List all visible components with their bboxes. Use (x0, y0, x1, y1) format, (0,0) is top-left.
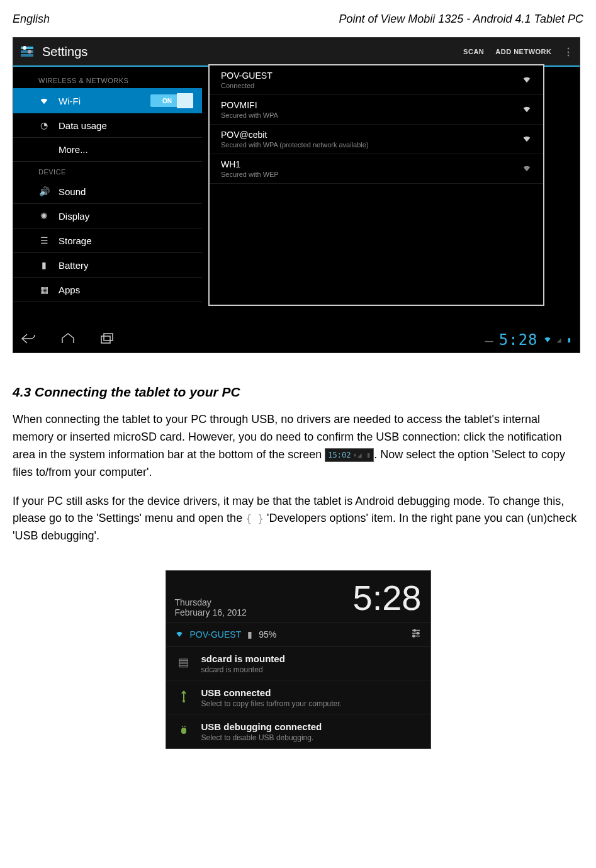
storage-icon: ☰ (38, 235, 50, 246)
svg-point-11 (417, 633, 419, 634)
sidebar-item-label: Sound (59, 186, 86, 197)
wifi-network-name: WH1 (221, 159, 522, 169)
wifi-network-row[interactable]: POV-GUEST Connected (210, 65, 543, 95)
notification-panel-screenshot: Thursday February 16, 2012 5:28 POV-GUES… (166, 570, 431, 749)
notification-title: USB debugging connected (201, 721, 322, 732)
notification-item[interactable]: ▤ sdcard is mounted sdcard is mounted (166, 647, 430, 681)
debug-icon (175, 721, 193, 739)
apps-icon: ▦ (38, 284, 50, 295)
body-paragraph-2: If your PC still asks for the device dri… (13, 493, 583, 546)
notification-day: Thursday (175, 597, 247, 608)
usb-icon (175, 687, 193, 705)
sidebar-item-more[interactable]: More... (13, 138, 202, 162)
wifi-signal-icon (522, 104, 532, 116)
sidebar-item-storage[interactable]: ☰ Storage (13, 228, 202, 253)
quick-settings-icon[interactable] (410, 628, 422, 641)
notification-item[interactable]: USB connected Select to copy files to/fr… (166, 681, 430, 715)
battery-percent: 95% (259, 629, 276, 640)
sidebar-item-label: More... (59, 144, 88, 155)
wifi-status-icon (175, 629, 184, 640)
notification-item[interactable]: USB debugging connected Select to disabl… (166, 715, 430, 748)
svg-point-12 (412, 635, 414, 637)
wifi-networks-panel: POV-GUEST Connected POVMIFI Secured with… (208, 64, 544, 306)
recent-apps-icon[interactable] (100, 333, 114, 347)
wifi-network-name: POV-GUEST (221, 70, 522, 81)
wifi-network-status: Secured with WPA (protected network avai… (221, 141, 522, 149)
sidebar-item-apps[interactable]: ▦ Apps (13, 278, 202, 302)
developer-options-icon: { } (245, 512, 264, 524)
sidebar-item-label: Wi-Fi (59, 96, 81, 106)
sidebar-item-label: Apps (59, 285, 80, 295)
home-icon[interactable] (61, 333, 75, 347)
sidebar-item-label: Battery (59, 260, 89, 271)
add-network-button[interactable]: ADD NETWORK (495, 48, 551, 55)
data-usage-icon: ◔ (38, 120, 50, 131)
battery-icon: ▮ (247, 629, 252, 640)
wifi-network-row[interactable]: WH1 Secured with WEP (210, 154, 543, 184)
settings-sidebar: WIRELESS & NETWORKS Wi-Fi ON ◔ Data usag… (13, 67, 202, 327)
system-nav-bar: — 5:28 ◢ ▮ (13, 327, 580, 352)
settings-icon (20, 44, 35, 59)
notification-area-inline-icon: 15:02 ▾◢ ▮ (325, 448, 374, 463)
page-header: English Point of View Mobii 1325 - Andro… (13, 13, 583, 26)
svg-rect-6 (104, 334, 113, 341)
sidebar-item-label: Data usage (59, 120, 107, 131)
notification-status-row[interactable]: POV-GUEST ▮ 95% (166, 623, 430, 647)
sidebar-item-data-usage[interactable]: ◔ Data usage (13, 113, 202, 138)
body-paragraph-1: When connecting the tablet to your PC th… (13, 411, 583, 482)
wifi-icon (38, 95, 50, 106)
wifi-network-row[interactable]: POV@cebit Secured with WPA (protected ne… (210, 125, 543, 154)
svg-rect-5 (101, 336, 110, 343)
signal-icon: ◢ (557, 335, 562, 344)
overflow-menu-icon[interactable]: ⋮ (563, 46, 574, 58)
wifi-signal-icon (522, 133, 532, 145)
wifi-network-status: Secured with WPA (221, 111, 522, 119)
notification-title: USB connected (201, 687, 342, 698)
svg-point-10 (413, 629, 415, 631)
notification-header: Thursday February 16, 2012 5:28 (166, 571, 430, 623)
wifi-connected-name: POV-GUEST (190, 629, 242, 640)
settings-content: POV-GUEST Connected POVMIFI Secured with… (202, 67, 580, 327)
sidebar-item-label: Display (59, 211, 89, 222)
svg-rect-15 (181, 728, 186, 734)
scan-button[interactable]: SCAN (463, 48, 484, 55)
wifi-network-row[interactable]: POVMIFI Secured with WPA (210, 95, 543, 125)
notification-title: sdcard is mounted (201, 653, 285, 664)
wifi-network-status: Connected (221, 82, 522, 89)
notification-subtitle: Select to copy files to/from your comput… (201, 699, 342, 708)
clock-text: 5:28 (499, 331, 538, 349)
svg-rect-2 (21, 54, 33, 57)
notification-subtitle: sdcard is mounted (201, 665, 285, 674)
settings-title: Settings (42, 45, 463, 59)
sidebar-item-wifi[interactable]: Wi-Fi ON (13, 88, 202, 113)
minus-icon: — (485, 332, 493, 348)
svg-point-3 (23, 46, 26, 50)
svg-point-4 (28, 50, 31, 54)
header-left: English (13, 13, 50, 26)
status-bar-right[interactable]: — 5:28 ◢ ▮ (485, 331, 572, 349)
wifi-network-name: POVMIFI (221, 100, 522, 110)
notification-date: February 16, 2012 (175, 607, 247, 618)
sound-icon: 🔊 (38, 186, 50, 197)
notification-subtitle: Select to disable USB debugging. (201, 733, 322, 742)
battery-icon: ▮ (38, 259, 50, 271)
tablet-settings-screenshot: Settings SCAN ADD NETWORK ⋮ WIRELESS & N… (13, 37, 580, 353)
section-title: 4.3 Connecting the tablet to your PC (13, 385, 583, 400)
section-header-device: DEVICE (13, 162, 202, 179)
sidebar-item-label: Storage (59, 235, 92, 246)
display-icon: ✺ (38, 210, 50, 222)
wifi-status-icon (543, 335, 552, 346)
wifi-network-status: Secured with WEP (221, 171, 522, 178)
sidebar-item-display[interactable]: ✺ Display (13, 204, 202, 228)
svg-point-16 (182, 726, 183, 727)
wifi-signal-icon (522, 163, 532, 175)
sidebar-item-sound[interactable]: 🔊 Sound (13, 179, 202, 204)
sdcard-icon: ▤ (175, 653, 193, 671)
wifi-signal-icon (522, 74, 532, 86)
back-icon[interactable] (21, 333, 36, 347)
settings-action-bar: Settings SCAN ADD NETWORK ⋮ (13, 38, 580, 67)
wifi-network-name: POV@cebit (221, 130, 522, 140)
wifi-switch[interactable]: ON (150, 94, 192, 107)
header-right: Point of View Mobii 1325 - Android 4.1 T… (339, 13, 583, 26)
sidebar-item-battery[interactable]: ▮ Battery (13, 253, 202, 278)
